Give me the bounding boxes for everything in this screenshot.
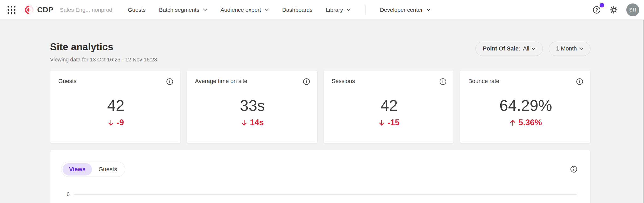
metric-value: 42 [380,97,398,114]
info-icon[interactable] [576,78,583,85]
main-nav: Guests Batch segments Audience export Da… [128,5,430,15]
page-header: Site analytics Viewing data for 13 Oct 1… [50,41,590,63]
metric-title: Average time on site [195,78,247,85]
title-block: Site analytics Viewing data for 13 Oct 1… [50,41,157,63]
metric-delta: 5.36% [510,118,542,127]
metric-card-bounce-rate: Bounce rate 64.29% 5.36% [460,70,590,143]
filter-value: All [523,45,529,52]
notification-dot [600,3,604,7]
chevron-down-icon [426,9,430,11]
help-question-icon: ? [593,6,601,14]
chevron-down-icon [203,9,207,11]
page-subtitle: Viewing data for 13 Oct 16:23 - 12 Nov 1… [50,57,157,63]
grid-dots-icon [7,6,16,14]
nav-label: Guests [128,7,146,13]
brand-name: CDP [37,6,54,14]
arrow-up-icon [510,119,516,126]
metric-delta-value: -9 [117,118,124,127]
metric-card-sessions: Sessions 42 -15 [323,70,454,143]
arrow-down-icon [379,119,385,126]
chevron-down-icon [532,48,536,50]
chevron-down-icon [347,9,351,11]
app-launcher-icon[interactable] [7,5,16,14]
brand-logo[interactable]: CDP [24,5,54,15]
chart-area: 6 [61,191,577,197]
y-axis-tick-label: 6 [61,191,70,197]
nav-divider [365,5,365,15]
metric-delta: -9 [108,118,124,127]
info-icon[interactable] [166,78,173,85]
tab-views[interactable]: Views [63,163,92,175]
settings-button[interactable] [609,5,618,14]
filter-label: Point Of Sale: [483,45,520,52]
metric-delta-value: -15 [387,118,399,127]
metric-value: 42 [107,97,125,114]
topbar: CDP Sales Eng... nonprod Guests Batch se… [0,0,644,20]
metric-delta: 14s [241,118,264,127]
nav-item-guests[interactable]: Guests [128,7,146,13]
main-content: Site analytics Viewing data for 13 Oct 1… [0,20,644,203]
nav-item-developer-center[interactable]: Developer center [380,7,430,13]
nav-label: Developer center [380,7,423,13]
chevron-down-icon [265,9,269,11]
metric-delta: -15 [379,118,399,127]
metric-card-avg-time: Average time on site 33s 14s [187,70,317,143]
nav-label: Audience export [220,7,261,13]
metric-delta-value: 5.36% [519,118,542,127]
nav-label: Dashboards [282,7,313,13]
nav-item-dashboards[interactable]: Dashboards [282,7,313,13]
gear-icon [610,6,618,14]
environment-label[interactable]: Sales Eng... nonprod [60,7,112,13]
nav-label: Library [326,7,343,13]
gridline [74,194,577,195]
metric-cards: Guests 42 -9 Average time on site [50,70,590,143]
nav-label: Batch segments [159,7,199,13]
nav-item-audience-export[interactable]: Audience export [220,7,269,13]
info-icon[interactable] [570,166,577,173]
metric-title: Sessions [332,78,355,85]
metric-title: Guests [58,78,77,85]
help-button[interactable]: ? [592,5,601,14]
nav-item-batch-segments[interactable]: Batch segments [159,7,207,13]
time-range-filter[interactable]: 1 Month [549,42,590,56]
page-title: Site analytics [50,41,157,53]
tab-guests[interactable]: Guests [92,163,124,175]
metric-title: Bounce rate [468,78,499,85]
point-of-sale-filter[interactable]: Point Of Sale: All [475,42,543,56]
svg-text:?: ? [595,7,598,12]
user-avatar[interactable]: SH [626,3,639,16]
arrow-down-icon [108,119,114,126]
sitecore-logo-icon [24,5,34,15]
topbar-right: ? SH [592,3,639,16]
arrow-down-icon [241,119,247,126]
chart-card: Views Guests 6 [50,150,590,203]
metric-card-guests: Guests 42 -9 [50,70,181,143]
vertical-scrollbar[interactable] [643,20,644,203]
chart-tab-group: Views Guests [61,162,125,177]
chevron-down-icon [579,48,583,50]
nav-item-library[interactable]: Library [326,7,351,13]
filter-value: 1 Month [556,45,577,52]
filter-bar: Point Of Sale: All 1 Month [475,42,590,56]
info-icon[interactable] [303,78,310,85]
metric-delta-value: 14s [250,118,264,127]
metric-value: 64.29% [500,97,552,114]
metric-value: 33s [240,97,265,114]
info-icon[interactable] [439,78,447,85]
